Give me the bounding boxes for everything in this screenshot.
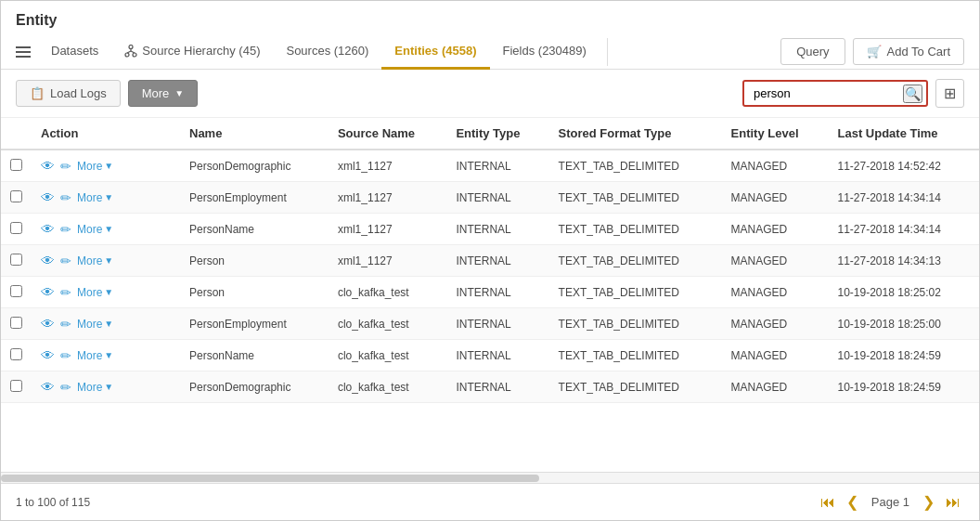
last-page-button[interactable]: ⏭ [942, 492, 964, 513]
row-name: Person [180, 277, 329, 308]
grid-icon: ⊞ [944, 85, 956, 101]
add-to-cart-label: Add To Cart [887, 45, 950, 59]
search-input[interactable] [742, 80, 928, 107]
edit-icon[interactable]: ✏ [60, 380, 71, 395]
col-entity-level-header: Entity Level [722, 118, 829, 150]
row-stored-format-type: TEXT_TAB_DELIMITED [549, 214, 722, 245]
first-page-button[interactable]: ⏮ [817, 492, 839, 513]
row-last-update-time: 10-19-2018 18:24:59 [828, 340, 979, 371]
row-action-cell: 👁 ✏ More ▼ [32, 308, 180, 340]
tab-datasets-label: Datasets [51, 44, 98, 58]
col-name-header: Name [180, 118, 329, 150]
next-page-button[interactable]: ❯ [919, 491, 938, 513]
row-entity-level: MANAGED [722, 371, 829, 403]
view-icon[interactable]: 👁 [41, 284, 55, 300]
tab-source-hierarchy[interactable]: Source Hierarchy (45) [111, 34, 273, 70]
search-wrapper: 🔍 [742, 80, 928, 107]
edit-icon[interactable]: ✏ [60, 348, 71, 363]
more-action-button[interactable]: More ▼ [77, 223, 113, 236]
more-action-button[interactable]: More ▼ [77, 254, 113, 267]
more-action-label: More [77, 191, 102, 204]
edit-icon[interactable]: ✏ [60, 317, 71, 332]
more-action-button[interactable]: More ▼ [77, 318, 113, 331]
view-icon[interactable]: 👁 [41, 158, 55, 174]
row-stored-format-type: TEXT_TAB_DELIMITED [549, 308, 722, 340]
view-icon[interactable]: 👁 [41, 253, 55, 268]
row-checkbox-cell [1, 182, 32, 214]
more-action-button[interactable]: More ▼ [77, 286, 113, 299]
view-icon[interactable]: 👁 [41, 316, 55, 332]
page-label: Page 1 [866, 495, 915, 509]
table-row: 👁 ✏ More ▼ PersonEmployment xml1_1127 IN… [1, 182, 979, 214]
table-row: 👁 ✏ More ▼ PersonName xml1_1127 INTERNAL… [1, 214, 979, 245]
row-last-update-time: 11-27-2018 14:34:13 [828, 245, 979, 277]
query-button[interactable]: Query [780, 38, 845, 65]
edit-icon[interactable]: ✏ [60, 254, 71, 268]
row-entity-type: INTERNAL [446, 245, 548, 277]
row-name: PersonName [180, 340, 329, 371]
row-checkbox[interactable] [10, 285, 22, 297]
row-checkbox[interactable] [10, 159, 22, 171]
edit-icon[interactable]: ✏ [60, 159, 71, 174]
view-icon[interactable]: 👁 [41, 379, 55, 395]
tab-fields-label: Fields (230489) [503, 44, 587, 58]
more-button[interactable]: More ▼ [128, 80, 199, 107]
view-icon[interactable]: 👁 [41, 347, 55, 363]
pagination-range: 1 to 100 of 115 [16, 496, 90, 509]
row-action-cell: 👁 ✏ More ▼ [32, 150, 180, 182]
hamburger-menu[interactable] [16, 46, 31, 58]
row-checkbox-cell [1, 245, 32, 277]
more-action-button[interactable]: More ▼ [77, 191, 113, 204]
row-source-name: clo_kafka_test [329, 308, 446, 340]
table-row: 👁 ✏ More ▼ Person xml1_1127 INTERNAL TEX… [1, 245, 979, 277]
tab-datasets[interactable]: Datasets [38, 34, 111, 70]
row-entity-level: MANAGED [722, 214, 829, 245]
row-checkbox[interactable] [10, 317, 22, 329]
table-row: 👁 ✏ More ▼ PersonDemographic xml1_1127 I… [1, 150, 979, 182]
edit-icon[interactable]: ✏ [60, 190, 71, 205]
add-to-cart-button[interactable]: 🛒 Add To Cart [853, 38, 964, 65]
row-stored-format-type: TEXT_TAB_DELIMITED [549, 371, 722, 403]
table-row: 👁 ✏ More ▼ PersonName clo_kafka_test INT… [1, 340, 979, 371]
tab-sources[interactable]: Sources (1260) [273, 34, 381, 70]
more-action-button[interactable]: More ▼ [77, 349, 113, 362]
row-entity-level: MANAGED [722, 277, 829, 308]
more-action-button[interactable]: More ▼ [77, 381, 113, 394]
horizontal-scrollbar[interactable] [1, 472, 979, 483]
prev-page-button[interactable]: ❮ [843, 491, 862, 513]
edit-icon[interactable]: ✏ [60, 222, 71, 237]
row-entity-level: MANAGED [722, 182, 829, 214]
row-source-name: xml1_1127 [329, 182, 446, 214]
row-checkbox[interactable] [10, 222, 22, 234]
row-source-name: clo_kafka_test [329, 371, 446, 403]
row-checkbox-cell [1, 277, 32, 308]
row-action-cell: 👁 ✏ More ▼ [32, 340, 180, 371]
grid-view-button[interactable]: ⊞ [935, 79, 964, 108]
search-icon-button[interactable]: 🔍 [903, 85, 922, 103]
row-name: PersonEmployment [180, 182, 329, 214]
svg-point-4 [125, 53, 129, 57]
col-last-update-time-header: Last Update Time [828, 118, 979, 150]
scrollbar-thumb[interactable] [1, 475, 539, 482]
row-source-name: xml1_1127 [329, 245, 446, 277]
view-icon[interactable]: 👁 [41, 189, 55, 205]
edit-icon[interactable]: ✏ [60, 285, 71, 300]
row-stored-format-type: TEXT_TAB_DELIMITED [549, 182, 722, 214]
row-checkbox[interactable] [10, 190, 22, 202]
tab-entities[interactable]: Entities (4558) [381, 34, 489, 70]
view-icon[interactable]: 👁 [41, 221, 55, 237]
col-checkbox [1, 118, 32, 150]
more-caret-icon: ▼ [104, 192, 113, 202]
nav-bar: Datasets Source Hierarchy (45) Sources (… [1, 34, 979, 70]
row-name: PersonName [180, 214, 329, 245]
more-action-button[interactable]: More ▼ [77, 160, 113, 173]
toolbar: 📋 Load Logs More ▼ 🔍 ⊞ [1, 70, 979, 118]
load-logs-button[interactable]: 📋 Load Logs [16, 80, 121, 107]
log-icon: 📋 [30, 86, 45, 100]
row-checkbox[interactable] [10, 348, 22, 360]
table-container: Action Name Source Name Entity Type Stor… [1, 118, 979, 472]
row-checkbox[interactable] [10, 380, 22, 392]
tab-fields[interactable]: Fields (230489) [490, 34, 600, 70]
row-entity-level: MANAGED [722, 308, 829, 340]
row-checkbox[interactable] [10, 254, 22, 266]
